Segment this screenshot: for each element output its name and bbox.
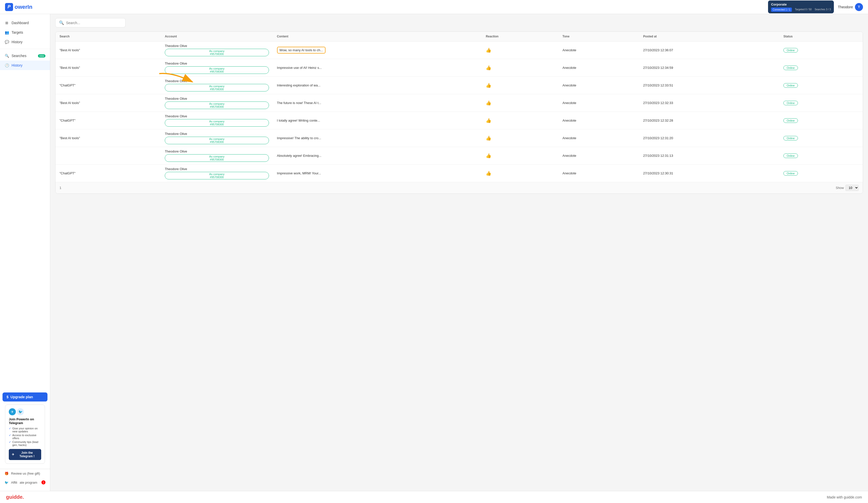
plan-badge: Corporate Connected 1 / 1 Targeted 0 / 5… xyxy=(768,0,834,13)
review-label: Review us (free gift) xyxy=(11,472,40,475)
telegram-title: Join PowerIn on Telegram xyxy=(9,417,41,425)
telegram-card-header: ✈ 🐦 xyxy=(9,408,41,415)
show-label: Show xyxy=(836,186,844,190)
cell-search: "Best AI tools" xyxy=(55,130,161,147)
cell-status: Online xyxy=(779,130,863,147)
user-name: Theodore xyxy=(838,5,853,9)
sidebar-item-history[interactable]: 🕐 History xyxy=(0,61,50,70)
telegram-check-2: ✓ Access to exclusive offers xyxy=(9,434,41,440)
cell-reaction: 👍 xyxy=(482,59,558,76)
sidebar-item-dashboard[interactable]: ⊞ Dashboard xyxy=(0,18,50,28)
clock-icon: 🕐 xyxy=(4,63,9,68)
cell-content: I totally agree! Writing conte... xyxy=(273,112,482,130)
cell-account: Theodore OliveAs company#95708300 xyxy=(161,147,273,165)
cell-account: Theodore OliveAs company#95708300 xyxy=(161,165,273,182)
telegram-icon: ✈ xyxy=(9,408,16,415)
upgrade-button[interactable]: $ Upgrade plan xyxy=(2,392,48,401)
cell-posted-at: 27/10/2023 12:30:31 xyxy=(639,165,779,182)
cell-tone: Anecdote xyxy=(559,76,639,94)
col-reaction: Reaction xyxy=(482,32,558,41)
guidde-logo: guidde. xyxy=(6,494,24,500)
user-info: Theodore T xyxy=(838,3,863,11)
cell-content: Impressive work, MRM! Your... xyxy=(273,165,482,182)
cell-tone: Anecdote xyxy=(559,112,639,130)
sidebar-label-dashboard: Dashboard xyxy=(12,21,29,25)
cell-status: Online xyxy=(779,165,863,182)
twitter-icon: 🐦 xyxy=(4,481,9,484)
sidebar-item-review[interactable]: 🎁 Review us (free gift) xyxy=(0,469,50,478)
search-bar[interactable]: 🔍 xyxy=(55,18,126,27)
topbar: P owerIn Corporate Connected 1 / 1 Targe… xyxy=(0,0,868,14)
cell-tone: Anecdote xyxy=(559,41,639,59)
cell-search: "ChatGPT" xyxy=(55,112,161,130)
telegram-checks: ✓ Give your opinion on new updates ✓ Acc… xyxy=(9,427,41,446)
plan-searches: Searches 3 / 3 xyxy=(815,8,831,12)
col-account: Account xyxy=(161,32,273,41)
cell-content: Impressive use of AI! Heinz s... xyxy=(273,59,482,76)
col-content: Content xyxy=(273,32,482,41)
nav-section: ⊞ Dashboard 👥 Targets 💬 History 🔍 Search… xyxy=(0,18,50,70)
cell-content: Absolutely agree! Embracing... xyxy=(273,147,482,165)
sidebar-label-history: History xyxy=(12,63,23,67)
cell-tone: Anecdote xyxy=(559,165,639,182)
join-telegram-button[interactable]: ✈ Join the Telegram ! xyxy=(9,449,41,460)
guidde-tagline: Made with guidde.com xyxy=(827,495,862,499)
cell-search: "ChatGPT" xyxy=(55,165,161,182)
sidebar-label-history-chat: History xyxy=(12,40,23,44)
sidebar-item-history-chat[interactable]: 💬 History xyxy=(0,37,50,47)
main-content: 🔍 Search Account Content xyxy=(50,14,868,491)
logo-text: owerIn xyxy=(14,4,32,10)
sidebar-item-affiliate[interactable]: 🐦 Affiliate program 1 xyxy=(0,478,50,487)
cell-account: Theodore OliveAs company#95708300 xyxy=(161,112,273,130)
cell-content: The future is now! These AI t... xyxy=(273,94,482,112)
telegram-check-1: ✓ Give your opinion on new updates xyxy=(9,427,41,433)
cell-reaction: 👍 xyxy=(482,76,558,94)
sidebar-item-searches[interactable]: 🔍 Searches new xyxy=(0,51,50,61)
cell-tone: Anecdote xyxy=(559,130,639,147)
guidde-footer: guidde. Made with guidde.com xyxy=(0,491,868,503)
plan-row: Connected 1 / 1 Targeted 0 / 50 Searches… xyxy=(771,8,831,12)
plan-connected: Connected 1 / 1 xyxy=(771,8,792,12)
table-row: Theodore OliveAs company#95708300Absolut… xyxy=(55,147,863,165)
cell-search: "Best AI tools" xyxy=(55,59,161,76)
col-posted-at: Posted at xyxy=(639,32,779,41)
sidebar-actions: $ Upgrade plan ✈ 🐦 Join PowerIn on Teleg… xyxy=(0,389,50,467)
sidebar-item-targets[interactable]: 👥 Targets xyxy=(0,28,50,37)
affiliate-prefix: Affili xyxy=(11,481,17,484)
cell-status: Online xyxy=(779,112,863,130)
telegram-card: ✈ 🐦 Join PowerIn on Telegram ✓ Give your… xyxy=(5,404,45,464)
nav-divider xyxy=(0,49,50,49)
rows-per-page-select[interactable]: 10 25 50 xyxy=(845,185,859,191)
cell-posted-at: 27/10/2023 12:34:59 xyxy=(639,59,779,76)
telegram-icons: ✈ 🐦 xyxy=(9,408,24,415)
logo[interactable]: P owerIn xyxy=(5,3,32,11)
cell-account: Theodore OliveAs company#95708300 xyxy=(161,94,273,112)
sidebar-bottom-nav: 🎁 Review us (free gift) 🐦 Affiliate prog… xyxy=(0,469,50,487)
table-row: "Best AI tools"Theodore OliveAs company#… xyxy=(55,130,863,147)
telegram-btn-icon: ✈ xyxy=(12,453,14,456)
data-table: Search Account Content Reaction Tone Pos… xyxy=(55,32,863,182)
cell-reaction: 👍 xyxy=(482,41,558,59)
table-row: "ChatGPT"Theodore OliveAs company#957083… xyxy=(55,165,863,182)
col-search: Search xyxy=(55,32,161,41)
search-input[interactable] xyxy=(66,21,122,25)
table-footer: 1 Show 10 25 50 xyxy=(55,182,863,194)
table-body: "Best AI tools"Theodore OliveAs company#… xyxy=(55,41,863,182)
topbar-right: Corporate Connected 1 / 1 Targeted 0 / 5… xyxy=(768,0,863,13)
affiliate-badge: 1 xyxy=(41,480,45,484)
page-number: 1 xyxy=(60,186,61,190)
cell-search xyxy=(55,147,161,165)
history-table: Search Account Content Reaction Tone Pos… xyxy=(55,31,863,194)
cell-posted-at: 27/10/2023 12:31:13 xyxy=(639,147,779,165)
cell-status: Online xyxy=(779,94,863,112)
cell-posted-at: 27/10/2023 12:32:28 xyxy=(639,112,779,130)
table-row: "ChatGPT"Theodore OliveAs company#957083… xyxy=(55,76,863,94)
people-icon: 👥 xyxy=(4,30,9,35)
cell-reaction: 👍 xyxy=(482,112,558,130)
sidebar-label-targets: Targets xyxy=(12,30,23,34)
search-icon: 🔍 xyxy=(4,53,9,58)
chat-icon: 💬 xyxy=(4,40,9,44)
table-row: "Best AI tools"Theodore OliveAs company#… xyxy=(55,59,863,76)
cell-reaction: 👍 xyxy=(482,94,558,112)
cell-content[interactable]: Wow, so many AI tools to ch... xyxy=(273,41,482,59)
